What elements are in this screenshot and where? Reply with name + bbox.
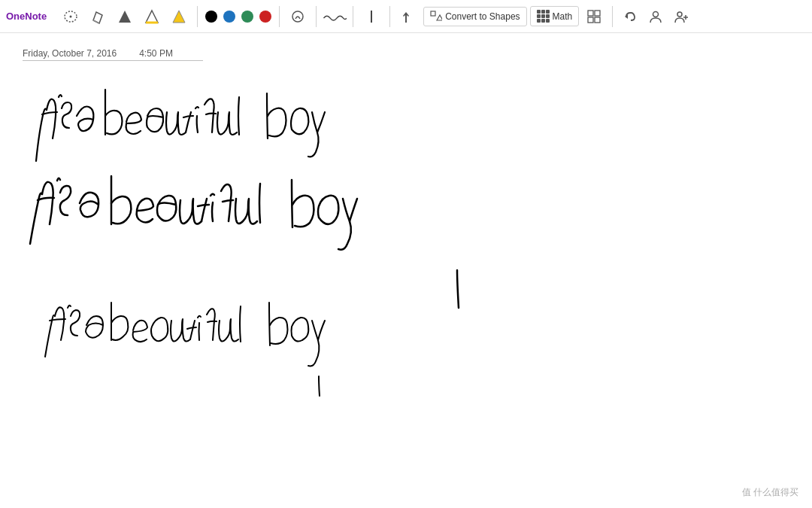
svg-marker-5 xyxy=(146,11,158,23)
zoom-icon xyxy=(586,9,601,24)
ink-effects-button[interactable] xyxy=(286,5,310,29)
handwriting-area xyxy=(0,33,812,508)
svg-rect-11 xyxy=(588,11,593,16)
zoom-button[interactable] xyxy=(582,5,606,29)
svg-point-1 xyxy=(70,15,72,17)
svg-rect-9 xyxy=(431,11,435,16)
math-grid-icon xyxy=(537,10,550,23)
toolbar: OneNote xyxy=(0,0,812,33)
stroke-style-button[interactable] xyxy=(323,5,347,29)
ink-to-text-icon xyxy=(401,9,416,24)
svg-line-3 xyxy=(93,20,99,23)
color-highlighter-icon xyxy=(171,9,186,24)
svg-marker-4 xyxy=(119,11,131,23)
user-button[interactable] xyxy=(644,5,667,28)
watermark-text: 值 什么值得买 xyxy=(742,486,798,499)
lasso-icon xyxy=(63,9,78,24)
handwriting-line-3 xyxy=(45,303,325,396)
add-user-button[interactable] xyxy=(670,5,692,28)
separator-2 xyxy=(279,6,280,27)
color-blue[interactable] xyxy=(223,11,235,23)
svg-rect-14 xyxy=(595,17,600,23)
app-title: OneNote xyxy=(6,11,47,22)
color-red[interactable] xyxy=(259,11,271,23)
undo-button[interactable] xyxy=(619,5,641,28)
convert-shapes-icon xyxy=(430,11,442,23)
separator-6 xyxy=(612,6,613,27)
thickness-button[interactable] xyxy=(359,5,383,29)
eraser-icon xyxy=(90,9,105,24)
ink-effects-icon xyxy=(290,9,305,24)
note-canvas[interactable]: Friday, October 7, 2016 4:50 PM xyxy=(0,33,812,508)
highlighter-button[interactable] xyxy=(140,5,164,29)
separator-4 xyxy=(353,6,353,27)
svg-point-16 xyxy=(653,11,659,17)
svg-marker-2 xyxy=(93,12,102,23)
math-button[interactable]: Math xyxy=(530,6,580,26)
svg-marker-7 xyxy=(173,11,185,23)
wavy-line-icon xyxy=(323,10,347,23)
color-highlighter-button[interactable] xyxy=(167,5,191,29)
svg-rect-12 xyxy=(595,11,600,16)
undo-icon xyxy=(623,10,637,23)
separator-5 xyxy=(389,6,390,27)
ink-to-text-button[interactable] xyxy=(396,5,420,29)
highlighter-icon xyxy=(144,9,159,24)
handwriting-line-2 xyxy=(30,176,459,308)
eraser-button[interactable] xyxy=(86,5,110,29)
separator-3 xyxy=(316,6,317,27)
user-icon xyxy=(649,10,662,23)
lasso-select-button[interactable] xyxy=(59,5,83,29)
color-green[interactable] xyxy=(241,11,253,23)
math-label: Math xyxy=(553,11,573,22)
svg-marker-10 xyxy=(437,15,442,20)
convert-to-shapes-label: Convert to Shapes xyxy=(445,11,520,22)
pen-button[interactable] xyxy=(113,5,137,29)
separator-1 xyxy=(197,6,198,27)
thickness-icon xyxy=(371,11,372,23)
color-black[interactable] xyxy=(205,11,217,23)
handwriting-line-1 xyxy=(36,90,325,161)
pen-icon xyxy=(117,9,132,24)
watermark: 值 什么值得买 xyxy=(742,486,798,499)
add-user-icon xyxy=(674,10,688,23)
svg-point-17 xyxy=(677,12,682,17)
convert-to-shapes-button[interactable]: Convert to Shapes xyxy=(423,7,526,26)
svg-rect-13 xyxy=(588,17,593,23)
